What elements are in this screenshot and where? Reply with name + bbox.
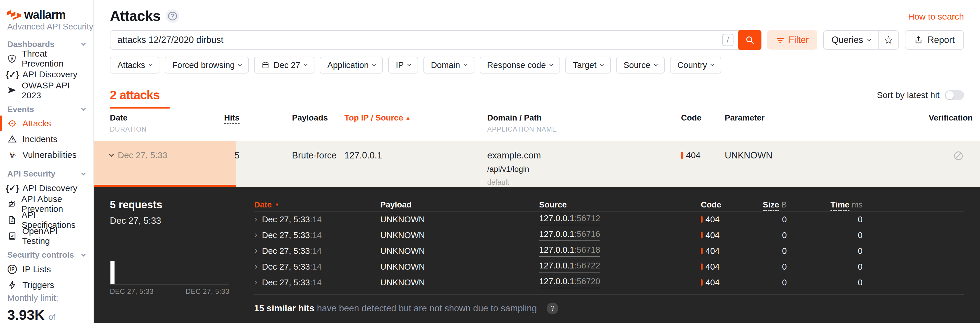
sidebar-item-api-abuse-prevention[interactable]: API Abuse Prevention — [0, 196, 93, 212]
attack-source: 127.0.0.1 — [344, 150, 487, 161]
favorite-star-button[interactable]: ☆ — [878, 31, 899, 49]
monthly-limit-value: 3.93K of — [7, 307, 86, 323]
sidebar-item-attacks[interactable]: Attacks — [0, 115, 93, 131]
divider — [254, 294, 964, 295]
sidebar-section-security-controls[interactable]: Security controls — [0, 249, 93, 261]
col-date[interactable]: Date DURATION — [110, 113, 222, 133]
report-button[interactable]: Report — [905, 30, 964, 50]
chip-source[interactable]: Source — [616, 57, 665, 74]
chip-country[interactable]: Country — [670, 57, 722, 74]
bot-crossed-icon — [7, 200, 16, 208]
ip-circle-icon: IP — [7, 265, 17, 274]
filter-chips: Attacks Forced browsing Dec 27 Applicati… — [110, 57, 964, 74]
col-source[interactable]: Source — [539, 200, 701, 209]
logo: wallarm Advanced API Security — [0, 0, 93, 33]
source-link[interactable]: 127.0.0.1:56718 — [539, 245, 600, 257]
chevron-down-icon — [81, 252, 86, 257]
col-hits[interactable]: Hits — [224, 113, 240, 123]
chevron-down-icon — [867, 37, 871, 41]
monthly-limit-label: Monthly limit: — [7, 293, 86, 303]
active-tab-indicator — [110, 107, 170, 109]
checkbox-doc-icon — [7, 232, 17, 240]
sidebar-item-api-discovery-2[interactable]: {✓} API Discovery — [0, 180, 93, 196]
search-input[interactable] — [110, 35, 722, 45]
chevron-down-icon — [81, 171, 86, 175]
brand-subtitle: Advanced API Security — [7, 22, 93, 32]
sidebar-item-owasp-api-2023[interactable]: OWASP API 2023 — [0, 82, 93, 98]
attack-code: 404 — [681, 150, 725, 160]
chevron-down-icon — [109, 152, 114, 157]
attack-details-panel: 5 requests Dec 27, 5:33 DEC 27, 5:33 DEC… — [94, 187, 980, 323]
sidebar-item-incidents[interactable]: Incidents — [0, 131, 93, 147]
chip-date[interactable]: Dec 27 — [254, 57, 314, 74]
chevron-right-icon — [253, 217, 257, 221]
source-link[interactable]: 127.0.0.1:56716 — [539, 229, 600, 241]
sampling-note: 15 similar hits have been detected but a… — [254, 302, 964, 314]
chip-forced-browsing[interactable]: Forced browsing — [165, 57, 249, 74]
attack-row[interactable]: Dec 27, 5:33 5 Brute-force 127.0.0.1 exa… — [94, 141, 980, 187]
col-size[interactable]: Size B — [763, 200, 787, 209]
request-row[interactable]: Dec 27, 5:33:14 UNKNOWN 127.0.0.1:56712 … — [254, 211, 964, 227]
col-date[interactable]: Date▼ — [254, 200, 380, 209]
search-icon — [745, 35, 755, 45]
sidebar-item-api-discovery[interactable]: {✓} API Discovery — [0, 67, 93, 82]
sort-desc-icon: ▼ — [275, 202, 280, 208]
braces-check-icon: {✓} — [7, 69, 17, 80]
sidebar-section-api-security[interactable]: API Security — [0, 168, 93, 180]
chart-start-label: DEC 27, 5:33 — [110, 288, 154, 296]
sidebar-item-vulnerabilities[interactable]: ☣ Vulnerabilities — [0, 147, 93, 163]
chip-application[interactable]: Application — [320, 57, 383, 74]
page-title: Attacks — [110, 8, 161, 24]
slash-shortcut-icon: / — [722, 34, 733, 46]
attack-table-header: Date DURATION Hits Payloads Top IP / Sou… — [94, 113, 980, 133]
queries-dropdown[interactable]: Queries — [824, 31, 878, 49]
calendar-icon — [262, 61, 269, 69]
col-payload[interactable]: Payload — [380, 200, 539, 209]
col-top-ip-source[interactable]: Top IP / Source▲ — [344, 113, 487, 123]
sidebar-section-events[interactable]: Events — [0, 103, 93, 115]
verification-none-icon — [953, 150, 964, 162]
attacks-count: 2 attacks — [110, 88, 160, 102]
col-code[interactable]: Code — [681, 113, 725, 123]
chevron-right-icon — [253, 233, 257, 237]
attack-parameter: UNKNOWN — [725, 150, 929, 161]
request-row[interactable]: Dec 27, 5:33:14 UNKNOWN 127.0.0.1:56716 … — [254, 227, 964, 243]
request-row[interactable]: Dec 27, 5:33:14 UNKNOWN 127.0.0.1:56720 … — [254, 275, 964, 290]
requests-table-header: Date▼ Payload Source Code Size B Time ms — [254, 199, 964, 211]
chip-ip[interactable]: IP — [388, 57, 418, 74]
search-button[interactable] — [738, 30, 762, 50]
sidebar-item-api-specifications[interactable]: API Specifications — [0, 212, 93, 228]
chip-domain[interactable]: Domain — [423, 57, 474, 74]
sidebar-item-ip-lists[interactable]: IP IP Lists — [0, 261, 93, 277]
source-link[interactable]: 127.0.0.1:56722 — [539, 261, 600, 272]
how-to-search-link[interactable]: How to search — [908, 12, 964, 22]
chip-attacks[interactable]: Attacks — [110, 57, 159, 74]
request-row[interactable]: Dec 27, 5:33:14 UNKNOWN 127.0.0.1:56718 … — [254, 243, 964, 259]
sidebar-item-triggers[interactable]: Triggers — [0, 277, 93, 293]
brand-name: wallarm — [24, 8, 65, 21]
sidebar-item-openapi-testing[interactable]: OpenAPI Testing — [0, 228, 93, 244]
col-parameter[interactable]: Parameter — [725, 113, 929, 123]
chip-response-code[interactable]: Response code — [480, 57, 560, 74]
source-link[interactable]: 127.0.0.1:56712 — [539, 214, 600, 225]
help-icon[interactable]: ? — [166, 10, 179, 23]
col-time[interactable]: Time ms — [830, 200, 862, 209]
requests-time: Dec 27, 5:33 — [110, 216, 229, 226]
braces-check-icon: {✓} — [7, 183, 17, 193]
filter-button[interactable]: Filter — [767, 30, 818, 50]
sidebar-item-threat-prevention[interactable]: Threat Prevention — [0, 51, 93, 67]
chip-target[interactable]: Target — [565, 57, 611, 74]
col-verification[interactable]: Verification — [929, 113, 973, 123]
col-domain-path[interactable]: Domain / Path APPLICATION NAME — [487, 113, 681, 133]
sort-toggle[interactable] — [945, 90, 964, 100]
source-link[interactable]: 127.0.0.1:56720 — [539, 277, 600, 288]
col-code[interactable]: Code — [701, 200, 752, 209]
sort-label: Sort by latest hit — [877, 90, 940, 100]
biohazard-icon: ☣ — [7, 150, 17, 160]
lightning-icon — [7, 281, 17, 289]
chart-end-label: DEC 27, 5:33 — [186, 288, 229, 296]
help-icon[interactable]: ? — [547, 302, 558, 314]
request-row[interactable]: Dec 27, 5:33:14 UNKNOWN 127.0.0.1:56722 … — [254, 259, 964, 275]
col-payloads[interactable]: Payloads — [240, 113, 344, 123]
export-icon — [914, 35, 923, 44]
